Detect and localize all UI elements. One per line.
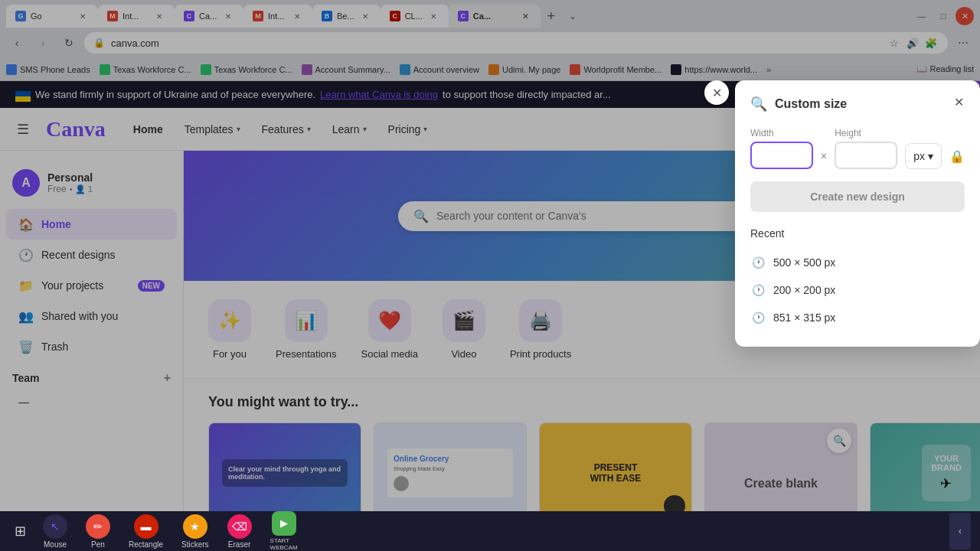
width-input-group: Width bbox=[750, 128, 813, 169]
panel-close-button[interactable]: ✕ bbox=[948, 91, 969, 112]
taskbar-collapse-button[interactable]: ‹ bbox=[949, 513, 971, 549]
panel-header: 🔍 Custom size bbox=[750, 96, 965, 112]
recent-size-item-3[interactable]: 🕐 851 × 315 px bbox=[750, 304, 965, 331]
dimension-separator: × bbox=[821, 135, 827, 162]
taskbar-tool-pen[interactable]: ✏ Pen bbox=[80, 511, 116, 552]
panel-search-icon: 🔍 bbox=[750, 96, 767, 112]
taskbar: ⊞ ↖ Mouse ✏ Pen ▬ Rectangle ★ Stickers ⌫… bbox=[0, 511, 980, 551]
taskbar-tool-stickers[interactable]: ★ Stickers bbox=[175, 511, 215, 552]
stickers-tool-label: Stickers bbox=[181, 540, 209, 549]
custom-size-panel: 🔍 Custom size ✕ Width × Height px ▾ 🔒 Cr… bbox=[735, 80, 980, 347]
height-input-group: Height bbox=[835, 128, 897, 169]
panel-dimensions: Width × Height px ▾ 🔒 bbox=[750, 128, 965, 169]
clock-recent-icon: 🕐 bbox=[750, 255, 766, 270]
taskbar-tool-eraser[interactable]: ⌫ Eraser bbox=[221, 511, 258, 552]
taskbar-apps-button[interactable]: ⊞ bbox=[9, 520, 31, 542]
mouse-tool-icon: ↖ bbox=[43, 514, 67, 539]
webcam-tool-label: STARTWEBCAM bbox=[270, 537, 298, 551]
recent-size-item-1[interactable]: 🕐 500 × 500 px bbox=[750, 249, 965, 276]
eraser-tool-label: Eraser bbox=[228, 540, 250, 549]
taskbar-tool-mouse[interactable]: ↖ Mouse bbox=[37, 511, 74, 552]
recent-size-value-1: 500 × 500 px bbox=[773, 256, 835, 269]
height-input[interactable] bbox=[835, 142, 897, 169]
stickers-tool-icon: ★ bbox=[183, 514, 207, 539]
rectangle-tool-icon: ▬ bbox=[134, 514, 158, 539]
clock-recent-icon-3: 🕐 bbox=[750, 310, 766, 325]
modal-overlay: ✕ 🔍 Custom size ✕ Width × Height px ▾ 🔒 bbox=[0, 0, 980, 551]
unit-selector[interactable]: px ▾ bbox=[905, 143, 942, 169]
eraser-tool-icon: ⌫ bbox=[227, 514, 252, 539]
pen-tool-icon: ✏ bbox=[86, 514, 110, 539]
recent-size-item-2[interactable]: 🕐 200 × 200 px bbox=[750, 276, 965, 304]
width-input[interactable] bbox=[750, 142, 813, 169]
aspect-ratio-lock-icon[interactable]: 🔒 bbox=[949, 149, 965, 164]
taskbar-tool-webcam[interactable]: ▶ STARTWEBCAM bbox=[264, 508, 304, 551]
recent-sizes-section: Recent 🕐 500 × 500 px 🕐 200 × 200 px 🕐 8… bbox=[750, 227, 965, 331]
outer-close-button[interactable]: ✕ bbox=[704, 80, 729, 105]
recent-size-value-3: 851 × 315 px bbox=[773, 311, 835, 324]
panel-title: Custom size bbox=[775, 97, 847, 111]
rectangle-tool-label: Rectangle bbox=[129, 540, 163, 549]
recent-title: Recent bbox=[750, 227, 965, 240]
unit-value: px bbox=[913, 150, 925, 162]
recent-size-value-2: 200 × 200 px bbox=[773, 284, 835, 296]
taskbar-tool-rectangle[interactable]: ▬ Rectangle bbox=[122, 511, 169, 552]
pen-tool-label: Pen bbox=[91, 540, 105, 549]
height-label: Height bbox=[835, 128, 897, 139]
clock-recent-icon-2: 🕐 bbox=[750, 282, 766, 298]
webcam-tool-icon: ▶ bbox=[272, 511, 296, 536]
unit-chevron-icon: ▾ bbox=[928, 150, 933, 162]
width-label: Width bbox=[750, 128, 813, 139]
mouse-tool-label: Mouse bbox=[44, 540, 67, 549]
create-new-design-button[interactable]: Create new design bbox=[750, 181, 965, 212]
